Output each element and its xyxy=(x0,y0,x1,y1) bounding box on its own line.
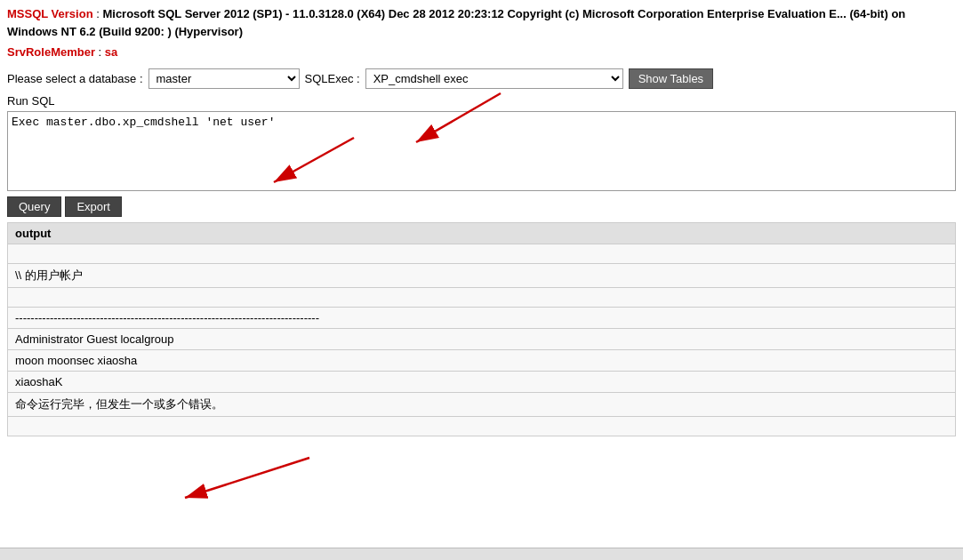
query-button[interactable]: Query xyxy=(7,196,61,217)
sqlexec-label: SQLExec : xyxy=(305,72,360,85)
output-cell-error: 命令运行完毕，但发生一个或多个错误。 xyxy=(8,392,956,416)
srv-role-value: sa xyxy=(105,45,117,59)
version-line: MSSQL Version : Microsoft SQL Server 201… xyxy=(7,5,956,40)
output-cell-empty1 xyxy=(8,244,956,263)
action-buttons: Query Export xyxy=(0,191,963,222)
sqlexec-select[interactable]: XP_cmdshell exec SELECT INSERT UPDATE xyxy=(365,68,623,89)
table-row: 命令运行完毕，但发生一个或多个错误。 xyxy=(8,392,956,416)
svg-line-5 xyxy=(185,458,309,498)
table-row: Administrator Guest localgroup xyxy=(8,328,956,349)
output-cell-admin: Administrator Guest localgroup xyxy=(8,328,956,349)
mssql-label: MSSQL Version xyxy=(7,7,93,20)
table-row: moon moonsec xiaosha xyxy=(8,349,956,371)
show-tables-button[interactable]: Show Tables xyxy=(629,68,713,89)
table-row: xiaoshaK xyxy=(8,371,956,392)
page-wrapper: MSSQL Version : Microsoft SQL Server 201… xyxy=(0,0,963,436)
sql-textarea[interactable]: Exec master.dbo.xp_cmdshell 'net user' xyxy=(7,111,956,191)
output-table: output \\ 的用户帐户 ------------------------… xyxy=(7,222,956,436)
table-row xyxy=(8,244,956,263)
srv-role-label: SrvRoleMember xyxy=(7,45,95,59)
header-section: MSSQL Version : Microsoft SQL Server 201… xyxy=(0,0,963,63)
db-label: Please select a database : xyxy=(7,72,143,85)
table-row xyxy=(8,287,956,307)
table-row: ----------------------------------------… xyxy=(8,307,956,328)
table-row: \\ 的用户帐户 xyxy=(8,263,956,287)
scrollbar[interactable] xyxy=(0,548,963,560)
output-container: output \\ 的用户帐户 ------------------------… xyxy=(7,222,956,436)
export-button[interactable]: Export xyxy=(65,196,122,217)
version-text: Microsoft SQL Server 2012 (SP1) - 11.0.3… xyxy=(7,7,905,38)
output-cell-useraccount: \\ 的用户帐户 xyxy=(8,263,956,287)
srv-role-line: SrvRoleMember : sa xyxy=(7,44,956,61)
output-header-cell: output xyxy=(8,222,956,244)
run-sql-label: Run SQL xyxy=(0,94,963,111)
table-row xyxy=(8,416,956,436)
output-cell-empty2 xyxy=(8,287,956,307)
controls-row: Please select a database : master tempdb… xyxy=(0,63,963,94)
output-cell-empty3 xyxy=(8,416,956,436)
arrow-overlay-2 xyxy=(7,449,381,520)
database-select[interactable]: master tempdb model msdb xyxy=(148,68,300,89)
output-cell-separator: ----------------------------------------… xyxy=(8,307,956,328)
output-cell-xiaoshak: xiaoshaK xyxy=(8,371,956,392)
output-header-row: output xyxy=(8,222,956,244)
output-cell-moon: moon moonsec xiaosha xyxy=(8,349,956,371)
